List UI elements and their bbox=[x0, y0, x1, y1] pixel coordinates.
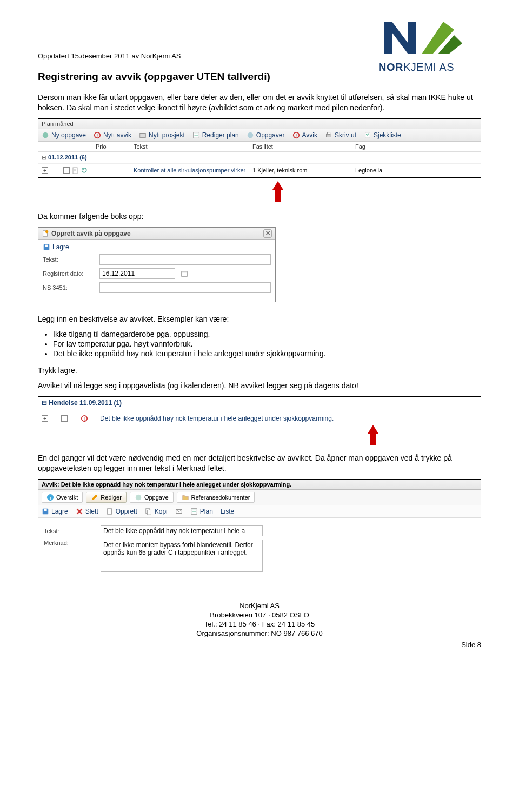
merknad-label: Merknad: bbox=[44, 540, 95, 546]
checkbox[interactable] bbox=[61, 415, 68, 422]
sjekkliste-button[interactable]: Sjekkliste bbox=[364, 131, 401, 139]
svg-rect-25 bbox=[107, 509, 111, 515]
folder-icon bbox=[182, 494, 189, 501]
expand-icon[interactable]: + bbox=[42, 167, 48, 174]
info-icon: i bbox=[46, 494, 54, 501]
checkbox[interactable] bbox=[63, 167, 70, 174]
intro-paragraph: Dersom man ikke får utført oppgaven, ell… bbox=[38, 92, 481, 113]
mail-button[interactable] bbox=[175, 508, 183, 515]
tab-oversikt[interactable]: iOversikt bbox=[42, 492, 83, 503]
hendelse-text[interactable]: Det ble ikke oppnådd høy nok temperatur … bbox=[100, 415, 477, 422]
plan-icon bbox=[190, 508, 198, 515]
oppgaver-button[interactable]: Oppgaver bbox=[247, 131, 285, 139]
opprett-button[interactable]: Opprett bbox=[106, 508, 137, 515]
document-new-icon bbox=[106, 508, 114, 515]
task-icon bbox=[135, 494, 142, 501]
row-tekst[interactable]: Kontroller at alle sirkulasjonspumper vi… bbox=[134, 167, 252, 174]
svg-text:i: i bbox=[50, 495, 51, 501]
liste-button[interactable]: Liste bbox=[221, 508, 234, 515]
svg-rect-9 bbox=[327, 132, 330, 135]
lagre-button[interactable]: Lagre bbox=[42, 508, 68, 515]
tekst-input[interactable] bbox=[99, 254, 271, 265]
paragraph-5: En del ganger vil det være nødvendig med… bbox=[38, 453, 481, 474]
refresh-icon[interactable] bbox=[81, 167, 88, 174]
list-item: Ikke tilgang til damegarderobe pga. oppu… bbox=[53, 330, 481, 338]
table-row: + Kontroller at alle sirkulasjonspumper … bbox=[38, 163, 481, 177]
table-header: Prio Tekst Fasilitet Fag bbox=[38, 142, 481, 152]
nytt-avvik-button[interactable]: !Nytt avvik bbox=[94, 131, 131, 139]
avvik-tekst-label: Tekst: bbox=[44, 528, 95, 534]
paragraph-3: Legg inn en beskrivelse av avviket. Ekse… bbox=[38, 314, 481, 324]
panel-toolbar: Ny oppgave !Nytt avvik Nytt prosjekt Red… bbox=[38, 129, 481, 142]
paragraph-4b: Avviket vil nå legge seg i oppgavelista … bbox=[38, 381, 481, 391]
rediger-plan-button[interactable]: Rediger plan bbox=[192, 131, 239, 139]
row-fasilitet: 1 Kjeller, teknisk rom bbox=[252, 167, 355, 174]
paragraph-2: Da kommer følgende boks opp: bbox=[38, 211, 481, 222]
save-icon bbox=[43, 243, 50, 251]
panel-title: Plan måned bbox=[38, 119, 481, 129]
svg-rect-27 bbox=[147, 510, 151, 515]
document-new-icon bbox=[42, 230, 49, 237]
close-button[interactable]: ✕ bbox=[263, 229, 272, 238]
tab-row: iOversikt Rediger Oppgave Referansedokum… bbox=[38, 490, 481, 505]
dato-input[interactable] bbox=[99, 268, 175, 279]
red-arrow-2 bbox=[265, 426, 481, 445]
skriv-ut-button[interactable]: Skriv ut bbox=[325, 131, 356, 139]
svg-point-13 bbox=[45, 230, 48, 233]
dialog-title: Opprett avvik på oppgave bbox=[51, 230, 131, 237]
plan-panel: Plan måned Ny oppgave !Nytt avvik Nytt p… bbox=[38, 118, 481, 178]
svg-text:!: ! bbox=[97, 132, 98, 138]
nytt-prosjekt-button[interactable]: Nytt prosjekt bbox=[139, 131, 185, 139]
svg-point-22 bbox=[136, 495, 142, 501]
svg-rect-24 bbox=[44, 509, 46, 511]
merknad-textarea[interactable]: Det er ikke montert bypass forbi blandev… bbox=[101, 540, 263, 572]
document-icon[interactable] bbox=[72, 167, 79, 174]
slett-button[interactable]: Slett bbox=[76, 508, 98, 515]
avvik-edit-panel: Avvik: Det ble ikke oppnådd høy nok temp… bbox=[38, 479, 481, 583]
tab-referanse[interactable]: Referansedokumenter bbox=[177, 492, 255, 503]
opprett-avvik-dialog: Opprett avvik på oppgave ✕ Lagre Tekst: … bbox=[38, 227, 276, 302]
tekst-label: Tekst: bbox=[43, 256, 94, 263]
list-item: For lav temperatur pga. høyt vannforbruk… bbox=[53, 340, 481, 348]
avvik-head: Avvik: Det ble ikke oppnådd høy nok temp… bbox=[38, 480, 481, 490]
logo-mark bbox=[378, 16, 465, 59]
toolbar-row: Lagre Slett Opprett Kopi Plan Liste bbox=[38, 505, 481, 518]
dato-label: Registrert dato: bbox=[43, 270, 94, 277]
date-group[interactable]: 01.12.2011 (6) bbox=[38, 152, 481, 163]
avvik-button[interactable]: !Avvik bbox=[292, 131, 317, 139]
svg-text:!: ! bbox=[84, 416, 85, 422]
svg-rect-15 bbox=[45, 244, 48, 247]
example-list: Ikke tilgang til damegarderobe pga. oppu… bbox=[53, 330, 481, 358]
warning-icon: ! bbox=[81, 415, 88, 422]
svg-text:!: ! bbox=[295, 132, 296, 138]
svg-rect-3 bbox=[140, 133, 146, 137]
svg-point-0 bbox=[43, 132, 49, 138]
pencil-icon bbox=[91, 494, 98, 501]
ns-label: NS 3451: bbox=[43, 284, 94, 291]
svg-rect-17 bbox=[182, 271, 188, 272]
expand-icon[interactable]: + bbox=[42, 415, 48, 422]
hendelse-header[interactable]: ⊟ Hendelse 11.09.2011 (1) bbox=[42, 399, 477, 407]
red-arrow-1 bbox=[75, 182, 481, 202]
copy-icon bbox=[145, 508, 152, 515]
page-number: Side 8 bbox=[38, 641, 481, 649]
hendelse-panel: ⊟ Hendelse 11.09.2011 (1) + ! Det ble ik… bbox=[38, 396, 481, 428]
tab-rediger[interactable]: Rediger bbox=[86, 492, 127, 503]
row-fag: Legionella bbox=[355, 167, 420, 174]
paragraph-4a: Trykk lagre. bbox=[38, 365, 481, 376]
save-icon bbox=[42, 508, 49, 515]
delete-icon bbox=[76, 508, 83, 515]
plan-button[interactable]: Plan bbox=[190, 508, 213, 515]
calendar-icon[interactable] bbox=[181, 270, 188, 277]
logo-area: NORKJEMI AS bbox=[38, 16, 481, 74]
ny-oppgave-button[interactable]: Ny oppgave bbox=[42, 131, 86, 139]
kopi-button[interactable]: Kopi bbox=[145, 508, 168, 515]
avvik-tekst-input[interactable] bbox=[101, 525, 263, 536]
logo-text: NORKJEMI AS bbox=[378, 61, 481, 74]
lagre-button[interactable]: Lagre bbox=[43, 243, 271, 251]
tab-oppgave[interactable]: Oppgave bbox=[130, 492, 174, 503]
svg-point-5 bbox=[248, 132, 254, 138]
ns-input[interactable] bbox=[99, 282, 271, 293]
mail-icon bbox=[175, 508, 183, 515]
list-item: Det ble ikke oppnådd høy nok temperatur … bbox=[53, 349, 481, 358]
